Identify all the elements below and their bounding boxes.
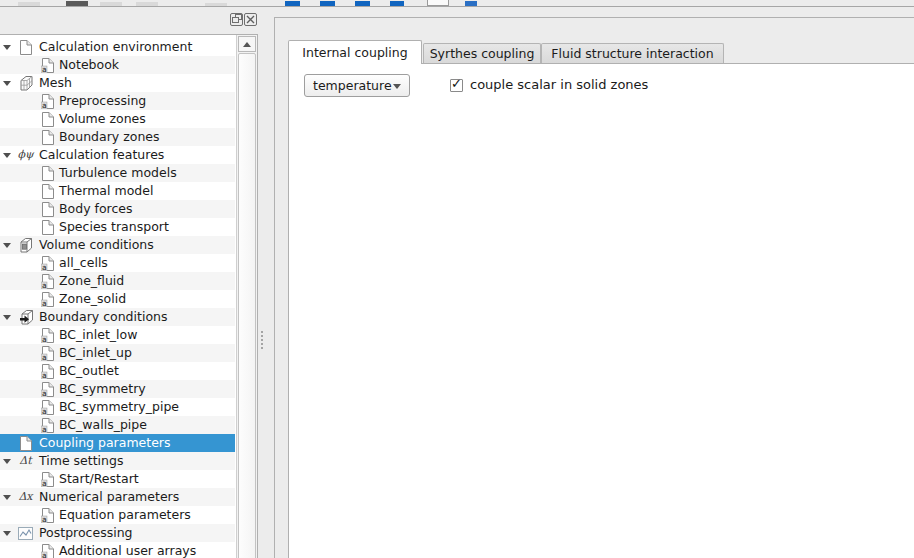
page-edit-icon: a (39, 543, 56, 558)
tree-item-additional-user-arrays[interactable]: aAdditional user arrays (0, 542, 235, 558)
tree-item-preprocessing[interactable]: aPreprocessing (0, 92, 235, 110)
tree-item-label: BC_symmetry_pipe (59, 398, 179, 416)
tree-item-body-forces[interactable]: Body forces (0, 200, 235, 218)
toolbar-partial-icon[interactable] (320, 1, 335, 6)
tree-item-label: Calculation environment (39, 38, 192, 56)
scalar-combobox[interactable]: temperature (304, 74, 410, 97)
tree-item-bc-inlet-up[interactable]: aBC_inlet_up (0, 344, 235, 362)
page-icon (39, 165, 56, 181)
expand-arrow-icon[interactable] (3, 531, 11, 536)
toolbar-partial-icon[interactable] (136, 2, 158, 6)
tree-item-label: BC_inlet_low (59, 326, 137, 344)
tree-item-all-cells[interactable]: aall_cells (0, 254, 235, 272)
tree-item-label: BC_inlet_up (59, 344, 132, 362)
tree-item-boundary-zones[interactable]: Boundary zones (0, 128, 235, 146)
chart-icon (17, 525, 34, 541)
tree-item-label: Body forces (59, 200, 133, 218)
scroll-up-button[interactable] (238, 36, 256, 52)
tree-item-calculation-environment[interactable]: Calculation environment (0, 38, 235, 56)
svg-text:a: a (42, 281, 47, 289)
toolbar-partial-icon[interactable] (66, 1, 88, 6)
tree-item-label: Volume zones (59, 110, 146, 128)
toolbar-partial-icon[interactable] (355, 1, 370, 6)
page-icon (39, 201, 56, 217)
tab-fluid-structure-interaction[interactable]: Fluid structure interaction (541, 43, 724, 63)
tree-item-species-transport[interactable]: Species transport (0, 218, 235, 236)
toolbar-partial-icon[interactable] (18, 2, 40, 6)
toolbar-partial-icon[interactable] (465, 1, 477, 6)
tree-item-bc-symmetry[interactable]: aBC_symmetry (0, 380, 235, 398)
tree-item-mesh[interactable]: Mesh (0, 74, 235, 92)
tree-item-volume-zones[interactable]: Volume zones (0, 110, 235, 128)
tree-item-label: Postprocessing (39, 524, 133, 542)
tree-scrollbar[interactable] (236, 35, 257, 558)
toolbar-partial-icon[interactable] (205, 3, 227, 6)
tree-item-label: Species transport (59, 218, 169, 236)
tree-item-bc-symmetry-pipe[interactable]: aBC_symmetry_pipe (0, 398, 235, 416)
internal-coupling-pane: temperature ✓ couple scalar in solid zon… (288, 63, 914, 558)
page-edit-icon: a (39, 57, 56, 73)
toolbar-partial-icon[interactable] (390, 1, 404, 6)
expand-arrow-icon[interactable] (3, 459, 11, 464)
couple-scalar-checkbox[interactable]: ✓ (450, 79, 463, 92)
delta-x-icon: Δx (17, 489, 34, 505)
tree-item-label: Equation parameters (59, 506, 191, 524)
tree-item-zone-fluid[interactable]: aZone_fluid (0, 272, 235, 290)
tree-item-calculation-features[interactable]: ϕψCalculation features (0, 146, 235, 164)
tree-item-notebook[interactable]: aNotebook (0, 56, 235, 74)
tree-item-numerical-parameters[interactable]: ΔxNumerical parameters (0, 488, 235, 506)
expand-arrow-icon[interactable] (3, 495, 11, 500)
page-edit-icon: a (39, 381, 56, 397)
checkmark-icon: ✓ (451, 76, 462, 91)
page-icon (17, 39, 34, 55)
main-panel-frame: Internal coupling Syrthes coupling Fluid… (274, 17, 914, 558)
page-edit-icon: a (39, 327, 56, 343)
tree-item-turbulence-models[interactable]: Turbulence models (0, 164, 235, 182)
svg-text:a: a (42, 335, 47, 343)
toolbar-partial-icon[interactable] (285, 1, 300, 6)
boundary-box-arrow-icon (17, 309, 34, 325)
tree-item-zone-solid[interactable]: aZone_solid (0, 290, 235, 308)
tree-item-bc-outlet[interactable]: aBC_outlet (0, 362, 235, 380)
expand-arrow-icon[interactable] (3, 243, 11, 248)
dock-close-button[interactable] (244, 13, 257, 26)
tree-item-equation-parameters[interactable]: aEquation parameters (0, 506, 235, 524)
couple-scalar-checkbox-label[interactable]: couple scalar in solid zones (470, 76, 648, 94)
tree-rows: Calculation environmentaNotebookMeshaPre… (0, 38, 235, 558)
expand-arrow-icon[interactable] (3, 315, 11, 320)
tree-item-label: all_cells (59, 254, 108, 272)
arrow-up-icon (243, 42, 251, 47)
page-icon (39, 129, 56, 145)
tab-internal-coupling[interactable]: Internal coupling (288, 40, 422, 64)
tree-item-thermal-model[interactable]: Thermal model (0, 182, 235, 200)
splitter-handle[interactable] (258, 329, 266, 351)
navigation-tree: Calculation environmentaNotebookMeshaPre… (0, 34, 258, 558)
tree-item-bc-inlet-low[interactable]: aBC_inlet_low (0, 326, 235, 344)
tree-item-volume-conditions[interactable]: Volume conditions (0, 236, 235, 254)
scrollbar-thumb[interactable] (238, 53, 256, 558)
expand-arrow-icon[interactable] (3, 153, 11, 158)
scalar-combobox-value: temperature (313, 78, 392, 93)
expand-arrow-icon[interactable] (3, 81, 11, 86)
tab-syrthes-coupling[interactable]: Syrthes coupling (423, 43, 541, 63)
mesh-cube-icon (17, 75, 34, 91)
tree-item-boundary-conditions[interactable]: Boundary conditions (0, 308, 235, 326)
tree-item-coupling-parameters[interactable]: Coupling parameters (0, 434, 235, 452)
dock-float-button[interactable] (230, 13, 243, 26)
expand-arrow-icon[interactable] (3, 45, 11, 50)
tree-item-time-settings[interactable]: ΔtTime settings (0, 452, 235, 470)
tree-item-label: Zone_fluid (59, 272, 124, 290)
svg-text:a: a (42, 263, 47, 271)
volume-box-icon (17, 237, 34, 253)
toolbar-partial-icon[interactable] (100, 2, 122, 6)
toolbar-partial-field[interactable] (427, 0, 449, 6)
tree-item-label: Calculation features (39, 146, 164, 164)
svg-text:a: a (42, 299, 47, 307)
application-window: Calculation environmentaNotebookMeshaPre… (0, 0, 914, 558)
tree-item-postprocessing[interactable]: Postprocessing (0, 524, 235, 542)
page-icon (17, 435, 34, 451)
tree-item-start-restart[interactable]: aStart/Restart (0, 470, 235, 488)
tree-item-bc-walls-pipe[interactable]: aBC_walls_pipe (0, 416, 235, 434)
svg-text:a: a (42, 65, 47, 73)
tree-item-label: Boundary conditions (39, 308, 167, 326)
